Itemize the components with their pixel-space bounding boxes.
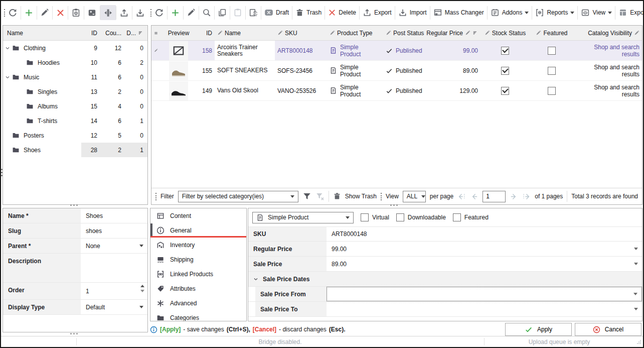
trash-button[interactable]: Trash [292,5,325,20]
col-stock-status[interactable]: Stock Status [480,30,530,37]
product-row[interactable]: 155 SOFT SNEAKERS SOFS-23456 Simple Prod… [151,61,642,81]
splitter-handle[interactable] [70,204,78,206]
last-page-icon[interactable] [522,192,531,201]
tab-categories[interactable]: Categories [150,310,246,321]
tab-general[interactable]: General [150,223,246,238]
tab-linked-products[interactable]: Linked Products [150,267,246,281]
tree-col-id[interactable]: ID [81,30,101,37]
featured-checkbox-group[interactable]: Featured [453,213,489,221]
splitter-handle[interactable] [1,169,3,176]
cancel-button[interactable]: Cancel [575,323,641,336]
regular-price-field[interactable]: 99.00 [327,242,642,256]
copy-button[interactable] [215,5,230,20]
first-page-icon[interactable] [457,192,466,201]
show-trash-label[interactable]: Show Trash [345,193,377,200]
grid-header[interactable]: Preview ID Name SKU Product Type Post St… [151,26,642,41]
sale-price-from-field[interactable] [327,287,642,301]
stock-status-checkbox[interactable] [501,47,509,55]
downloadable-checkbox[interactable] [396,213,404,221]
col-regular-price[interactable]: Regular Price [439,30,480,37]
search-button[interactable] [199,5,214,20]
split-columns-button[interactable] [100,5,116,20]
view-button[interactable]: View [578,5,615,20]
tree-row[interactable]: T-shirts 1461 [3,113,147,128]
resize-grip[interactable] [636,339,641,344]
chevron-down-icon[interactable] [3,74,12,80]
delete-button[interactable]: Delete [325,5,359,20]
featured-checkbox[interactable] [548,67,556,75]
next-page-icon[interactable] [510,192,518,201]
featured-checkbox[interactable] [548,87,556,95]
name-field[interactable]: Shoes [81,208,147,223]
display-type-select[interactable]: Default [81,300,147,314]
col-name[interactable]: Name [215,30,275,37]
chevron-down-icon[interactable] [3,45,12,51]
col-id[interactable]: ID [197,30,215,37]
product-name[interactable]: Vans Old Skool [215,81,275,100]
stock-status-checkbox[interactable] [501,87,509,95]
col-product-type[interactable]: Product Type [327,30,383,37]
reports-button[interactable]: Reports [532,5,577,20]
preview-clipboard-button[interactable] [68,5,84,20]
tab-advanced[interactable]: Advanced [150,296,246,310]
tree-row[interactable]: Posters 1250 [3,128,147,143]
sale-price-to-field[interactable] [327,302,642,316]
parent-select[interactable]: None [81,239,147,253]
edit-button[interactable] [37,5,52,20]
delete-button[interactable] [53,5,68,20]
tree-row[interactable]: Singles 1320 [3,84,147,99]
featured-checkbox[interactable] [453,213,461,221]
sale-price-field[interactable]: 89.00 [327,257,642,271]
description-field[interactable] [81,254,147,282]
tree-row-selected[interactable]: Shoes 2821 [3,143,147,157]
col-featured[interactable]: Featured [530,30,574,37]
refresh-button[interactable] [5,5,21,20]
per-page-select[interactable]: ALL [403,191,426,202]
image-editor-button[interactable] [84,5,100,20]
virtual-checkbox-group[interactable]: Virtual [361,213,389,221]
splitter-handle[interactable] [390,204,398,206]
tab-content[interactable]: Content [150,208,246,223]
trash-icon[interactable] [333,192,341,200]
product-name[interactable]: SOFT SNEAKERS [215,61,275,80]
sku-field[interactable]: ART8000148 [327,227,642,241]
edit-button[interactable] [184,5,199,20]
apply-filter-icon[interactable] [302,192,311,201]
stock-status-checkbox[interactable] [501,67,509,75]
tree-col-order[interactable]: D... [125,30,147,37]
export-grid-button[interactable]: Export Grid [615,5,644,20]
tab-inventory[interactable]: Inventory [150,238,246,252]
clear-filter-icon[interactable] [315,192,325,201]
paste-special-button[interactable] [246,5,261,20]
page-input[interactable] [482,191,506,202]
tab-shipping[interactable]: Shipping [150,252,246,267]
col-catalog-visibility[interactable]: Catalog Visibility [574,30,642,37]
add-button[interactable] [168,5,183,20]
tree-header[interactable]: Name ID Cou... D... [3,26,147,41]
tree-col-count[interactable]: Cou... [101,30,125,37]
filterbar-grip[interactable] [155,193,156,200]
virtual-checkbox[interactable] [361,213,369,221]
col-preview[interactable]: Preview [160,30,197,37]
sale-price-dates-section[interactable]: Sale Price Dates [248,272,642,287]
tab-attributes[interactable]: Attributes [150,281,246,296]
filterbar-grip[interactable] [381,193,382,200]
product-name[interactable]: Arcoiris Trainer Sneakers [215,41,275,60]
splitter-handle[interactable] [70,333,78,334]
tree-row[interactable]: Music 1160 [3,70,147,84]
product-row-selected[interactable]: 158 Arcoiris Trainer Sneakers ART8000148… [151,41,642,61]
product-row[interactable]: 149 Vans Old Skool VANO-253526 Simple Pr… [151,81,642,101]
add-button[interactable] [21,5,37,20]
column-chooser[interactable] [151,31,160,36]
export-categories-button[interactable] [116,5,132,20]
tree-row[interactable]: Albums 1540 [3,99,147,113]
draft-button[interactable]: Draft [261,5,292,20]
filter-preset-select[interactable]: Filter by selected category(ies) [178,191,298,202]
order-stepper[interactable]: 1 [81,283,147,299]
refresh-button[interactable] [151,5,167,20]
tree-row[interactable]: Clothing 9120 [3,41,147,55]
mass-changer-button[interactable]: Mass Changer [430,5,487,20]
product-type-select[interactable]: Simple Product [252,212,354,223]
paste-button[interactable] [230,5,245,20]
import-categories-button[interactable] [132,5,148,20]
